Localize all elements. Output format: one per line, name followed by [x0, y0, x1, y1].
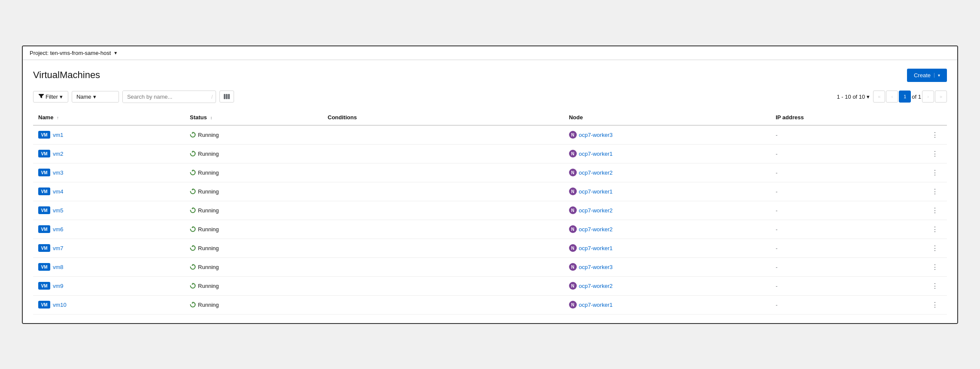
- vm-name-cell: VM vm9: [33, 276, 185, 295]
- vm-status-cell: Running: [185, 220, 323, 239]
- row-kebab-button[interactable]: ⋮: [928, 206, 942, 215]
- vm-status-cell: Running: [185, 257, 323, 276]
- vm-ip-text: -: [776, 226, 777, 233]
- node-link[interactable]: ocp7-worker2: [579, 283, 613, 289]
- row-kebab-button[interactable]: ⋮: [928, 243, 942, 253]
- page-last-button[interactable]: »: [935, 91, 947, 103]
- vm-name-link[interactable]: vm1: [53, 132, 64, 138]
- running-icon: [190, 188, 196, 194]
- vm-name-link[interactable]: vm2: [53, 151, 64, 157]
- vm-badge: VM: [38, 206, 50, 214]
- project-selector[interactable]: Project: ten-vms-from-same-host ▼: [30, 50, 118, 56]
- vm-actions-cell: ⋮: [908, 201, 947, 220]
- row-kebab-button[interactable]: ⋮: [928, 224, 942, 234]
- node-badge: N: [569, 225, 577, 233]
- table-row: VM vm7 Running N ocp7-worker1 -⋮: [33, 239, 947, 257]
- vm-ip-text: -: [776, 264, 777, 270]
- node-link[interactable]: ocp7-worker2: [579, 207, 613, 214]
- table-row: VM vm5 Running N ocp7-worker2 -⋮: [33, 201, 947, 220]
- row-kebab-button[interactable]: ⋮: [928, 149, 942, 159]
- vm-conditions-cell: [323, 201, 564, 220]
- running-icon: [190, 132, 196, 138]
- node-badge: N: [569, 131, 577, 139]
- vm-name-link[interactable]: vm6: [53, 226, 64, 233]
- node-badge: N: [569, 282, 577, 290]
- vm-ip-text: -: [776, 169, 777, 176]
- project-caret-icon: ▼: [113, 51, 118, 55]
- node-link[interactable]: ocp7-worker2: [579, 169, 613, 176]
- page-prev-button[interactable]: ‹: [886, 91, 898, 103]
- top-bar: Project: ten-vms-from-same-host ▼: [23, 46, 957, 60]
- vm-status-text: Running: [198, 151, 219, 157]
- vm-status-text: Running: [198, 188, 219, 195]
- columns-toggle-button[interactable]: [219, 91, 234, 103]
- table-row: VM vm10 Running N ocp7-worker1 -⋮: [33, 295, 947, 314]
- node-link[interactable]: ocp7-worker2: [579, 226, 613, 233]
- vm-ip-text: -: [776, 151, 777, 157]
- row-kebab-button[interactable]: ⋮: [928, 300, 942, 310]
- vm-status-text: Running: [198, 207, 219, 214]
- running-icon: [190, 169, 196, 175]
- vm-actions-cell: ⋮: [908, 239, 947, 257]
- vm-name-link[interactable]: vm10: [53, 302, 67, 308]
- status-sort-icon: ↕: [210, 115, 212, 120]
- node-link[interactable]: ocp7-worker1: [579, 151, 613, 157]
- vm-name-link[interactable]: vm5: [53, 207, 64, 214]
- page-prev-icon: ‹: [891, 94, 893, 99]
- col-header-actions: [908, 110, 947, 125]
- vm-status-cell: Running: [185, 125, 323, 145]
- vm-ip-cell: -: [770, 125, 908, 145]
- page-next-button[interactable]: ›: [922, 91, 934, 103]
- page-first-button[interactable]: «: [873, 91, 885, 103]
- vm-conditions-cell: [323, 144, 564, 163]
- node-link[interactable]: ocp7-worker3: [579, 132, 613, 138]
- name-dropdown-caret-icon: ▾: [93, 94, 96, 100]
- vm-node-cell: N ocp7-worker1: [564, 239, 770, 257]
- create-button[interactable]: Create ▾: [907, 69, 947, 82]
- page-current-button[interactable]: 1: [899, 91, 911, 103]
- row-kebab-button[interactable]: ⋮: [928, 262, 942, 272]
- vm-status-text: Running: [198, 226, 219, 233]
- vm-name-link[interactable]: vm9: [53, 283, 64, 289]
- vm-name-link[interactable]: vm8: [53, 264, 64, 270]
- vm-status-cell: Running: [185, 163, 323, 182]
- running-icon: [190, 264, 196, 270]
- vm-status-cell: Running: [185, 295, 323, 314]
- node-badge: N: [569, 188, 577, 195]
- node-link[interactable]: ocp7-worker1: [579, 188, 613, 195]
- vm-name-link[interactable]: vm3: [53, 169, 64, 176]
- vm-badge: VM: [38, 131, 50, 139]
- search-input[interactable]: [123, 91, 209, 103]
- project-label: Project: ten-vms-from-same-host: [30, 50, 111, 56]
- name-dropdown[interactable]: Name ▾: [72, 91, 119, 103]
- vm-conditions-cell: [323, 125, 564, 145]
- row-kebab-button[interactable]: ⋮: [928, 187, 942, 197]
- node-link[interactable]: ocp7-worker1: [579, 245, 613, 251]
- page-last-icon: »: [940, 94, 942, 99]
- table-header-row: Name ↑ Status ↕ Conditions Node IP addre…: [33, 110, 947, 125]
- node-link[interactable]: ocp7-worker1: [579, 302, 613, 308]
- filter-button[interactable]: Filter ▾: [33, 91, 68, 103]
- vm-ip-text: -: [776, 283, 777, 289]
- vm-node-cell: N ocp7-worker1: [564, 182, 770, 201]
- node-link[interactable]: ocp7-worker3: [579, 264, 613, 270]
- row-kebab-button[interactable]: ⋮: [928, 281, 942, 291]
- vm-actions-cell: ⋮: [908, 163, 947, 182]
- vm-badge: VM: [38, 150, 50, 157]
- main-content: VirtualMachines Create ▾ Filter ▾ Name ▾: [23, 60, 957, 323]
- col-header-conditions: Conditions: [323, 110, 564, 125]
- vm-node-cell: N ocp7-worker2: [564, 220, 770, 239]
- node-badge: N: [569, 263, 577, 271]
- table-row: VM vm8 Running N ocp7-worker3 -⋮: [33, 257, 947, 276]
- vm-name-cell: VM vm1: [33, 125, 185, 145]
- vm-conditions-cell: [323, 276, 564, 295]
- row-kebab-button[interactable]: ⋮: [928, 168, 942, 178]
- vm-badge: VM: [38, 225, 50, 233]
- node-badge: N: [569, 150, 577, 157]
- vm-ip-cell: -: [770, 182, 908, 201]
- vm-name-link[interactable]: vm4: [53, 188, 64, 195]
- vm-actions-cell: ⋮: [908, 220, 947, 239]
- vm-name-cell: VM vm2: [33, 144, 185, 163]
- vm-name-link[interactable]: vm7: [53, 245, 64, 251]
- row-kebab-button[interactable]: ⋮: [928, 130, 942, 140]
